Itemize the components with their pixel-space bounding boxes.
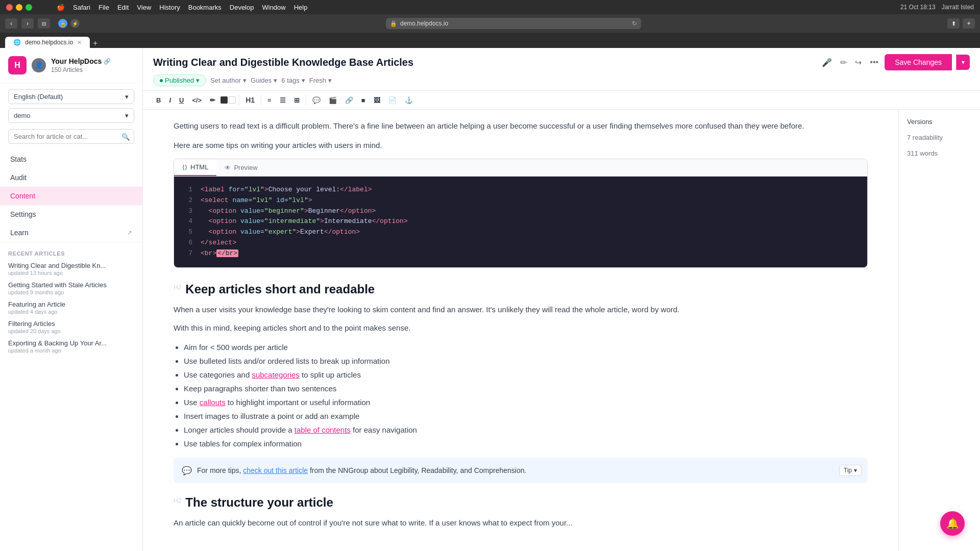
more-icon[interactable]: ••• [868,56,880,69]
fresh-button[interactable]: Fresh ▾ [309,77,332,84]
code-button[interactable]: </> [189,94,205,106]
gallery-button[interactable]: 🖼 [371,94,383,106]
code-content: 1 <label for="lvl">Choose your level:</l… [174,177,867,267]
share-button[interactable]: ⬆ [947,18,960,29]
menu-develop[interactable]: Develop [230,4,254,11]
microphone-icon[interactable]: 🎤 [820,56,834,69]
save-changes-button[interactable]: Save Changes [885,54,952,70]
html-tab[interactable]: ⟨⟩ HTML [174,159,216,176]
brand-name: Your HelpDocs 🔗 [51,57,134,65]
browser-tab-active[interactable]: 🌐 demo.helpdocs.io ✕ [5,37,90,48]
tab-favicon: 🌐 [13,39,21,46]
new-tab-button[interactable]: + [963,18,975,29]
chevron-down-icon: ▾ [274,77,277,84]
pen-icon[interactable]: ✏ [207,94,218,106]
menu-file[interactable]: File [99,4,109,11]
set-author-button[interactable]: Set author ▾ [210,77,247,84]
underline-button[interactable]: U [176,94,187,106]
section2-para: An article can quickly become out of con… [174,517,868,529]
list-item: Use tables for complex information [184,437,868,450]
table-button[interactable]: ⊞ [291,94,303,106]
save-changes-dropdown-button[interactable]: ▾ [956,55,970,70]
menu-window[interactable]: Window [262,4,285,11]
list-item[interactable]: Featuring an Article updated 4 days ago [8,300,134,315]
sidebar-item-learn[interactable]: Learn ↗ [0,223,142,242]
code-line: 4 <option value="intermediate">Intermedi… [182,216,859,227]
menu-help[interactable]: Help [294,4,308,11]
callout-link[interactable]: check out this article [243,466,308,474]
back-button[interactable]: ‹ [5,18,17,29]
ul-button[interactable]: ☰ [277,94,289,106]
callouts-link[interactable]: callouts [200,398,226,407]
share-icon[interactable]: ↪ [853,56,864,69]
tab-close-icon[interactable]: ✕ [77,39,82,46]
menu-bookmarks[interactable]: Bookmarks [188,4,222,11]
sidebar-toggle[interactable]: ⊟ [38,18,50,29]
forward-button[interactable]: › [21,18,34,29]
ol-button[interactable]: ≡ [264,94,275,106]
new-tab-icon[interactable]: + [93,39,97,48]
language-dropdown[interactable]: English (Default) ▾ [8,89,134,104]
callout-button[interactable]: 💬 [309,94,324,106]
list-item[interactable]: Getting Started with Stale Articles upda… [8,281,134,295]
code-block: HTML ⟨⟩ HTML 👁 Preview 1 [174,159,868,268]
list-item[interactable]: Filtering Articles updated 20 days ago [8,320,134,334]
bold-button[interactable]: B [153,94,164,106]
code-tabs: ⟨⟩ HTML 👁 Preview [174,159,867,177]
toc-link[interactable]: table of contents [295,425,351,434]
code-line: 5 <option value="expert">Expert</option> [182,227,859,238]
file-button[interactable]: 📄 [385,94,400,106]
preview-tab[interactable]: 👁 Preview [216,159,265,176]
status-badge[interactable]: Published ▾ [153,74,206,86]
menu-history[interactable]: History [159,4,180,11]
menu-view[interactable]: View [137,4,151,11]
sidebar-item-stats[interactable]: Stats [0,150,142,168]
heading-button[interactable]: H1 [242,94,258,106]
edit-icon[interactable]: ✏ [838,56,849,69]
link-button[interactable]: 🔗 [342,94,356,106]
list-item[interactable]: Exporting & Backing Up Your Ar... update… [8,339,134,354]
tags-button[interactable]: 6 tags ▾ [281,77,305,84]
browser-toolbar: ‹ › ⊟ 🔒 ⚡ 🔒 demo.helpdocs.io ↻ ⬆ + [0,14,980,33]
guides-button[interactable]: Guides ▾ [251,77,277,84]
sidebar-item-settings[interactable]: Settings [0,205,142,223]
menu-safari[interactable]: Safari [73,4,90,11]
chat-bubble[interactable]: 🔔 [940,511,965,536]
search-input[interactable] [8,129,134,144]
callout-icon: 💬 [182,466,192,475]
intro-para-2: Here are some tips on writing your artic… [174,139,868,152]
right-panel: Versions 7 readability 311 words [898,110,980,551]
words-section: 311 words [907,149,972,157]
anchor-button[interactable]: ⚓ [402,94,416,106]
intro-para-1: Getting users to read text is a difficul… [174,120,868,132]
tab-title: demo.helpdocs.io [25,39,73,46]
menu-edit[interactable]: Edit [117,4,129,11]
fullscreen-button[interactable] [26,4,32,11]
callout-text: For more tips, check out this article fr… [197,465,860,476]
sidebar-item-audit[interactable]: Audit [0,168,142,187]
minimize-button[interactable] [16,4,22,11]
project-dropdown[interactable]: demo ▾ [8,108,134,123]
menu-apple[interactable]: 🍎 [57,4,65,11]
italic-button[interactable]: I [166,94,174,106]
code-line: 7 <br></br> [182,248,859,259]
list-item: Use callouts to highlight important or u… [184,395,868,409]
search-box: 🔍 [8,129,134,144]
image-button[interactable]: ■ [358,94,369,106]
video-button[interactable]: 🎬 [326,94,340,106]
callout-type-button[interactable]: Tip ▾ [839,465,862,476]
address-bar[interactable]: 🔒 demo.helpdocs.io ↻ [386,18,641,29]
article-count: 150 Articles [51,66,134,73]
traffic-lights [6,4,32,11]
subcategories-link[interactable]: subcategories [252,370,299,379]
list-item[interactable]: Writing Clear and Digestible Kn... updat… [8,262,134,276]
search-button[interactable]: 🔍 [121,133,130,140]
editor-area[interactable]: Getting users to read text is a difficul… [143,110,898,551]
section1-para1: When a user visits your knowledge base t… [174,304,868,316]
color-picker[interactable] [220,96,236,104]
close-button[interactable] [6,4,13,11]
sidebar-item-content[interactable]: Content [0,187,142,205]
code-line: 6 </select> [182,238,859,248]
article-meta: Published ▾ Set author ▾ Guides ▾ 6 tags… [153,74,970,90]
sidebar: H 👤 Your HelpDocs 🔗 150 Articles English… [0,48,143,551]
